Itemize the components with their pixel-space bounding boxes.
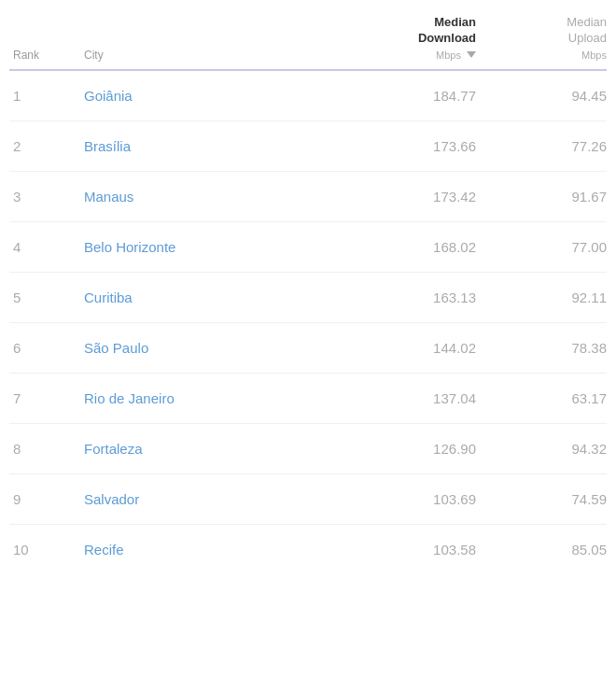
city-column-header: City xyxy=(84,49,345,62)
download-header-line1: Median xyxy=(345,15,476,31)
rank-cell: 3 xyxy=(9,189,84,205)
upload-cell: 85.05 xyxy=(476,542,607,558)
download-cell: 173.66 xyxy=(345,138,476,154)
rank-cell: 8 xyxy=(9,441,84,457)
table-row: 2 Brasília 173.66 77.26 xyxy=(9,121,607,172)
download-header-line2: Download xyxy=(345,31,476,47)
table-row: 5 Curitiba 163.13 92.11 xyxy=(9,273,607,323)
table-row: 3 Manaus 173.42 91.67 xyxy=(9,172,607,222)
city-cell[interactable]: Goiânia xyxy=(84,88,345,104)
upload-cell: 74.59 xyxy=(476,491,607,507)
city-cell[interactable]: Rio de Janeiro xyxy=(84,390,345,406)
leaderboard-table: Rank City Median Download Mbps Median Up… xyxy=(0,0,616,678)
table-row: 4 Belo Horizonte 168.02 77.00 xyxy=(9,222,607,273)
table-row: 1 Goiânia 184.77 94.45 xyxy=(9,71,607,121)
upload-header-line1: Median xyxy=(476,15,607,31)
download-cell: 173.42 xyxy=(345,189,476,205)
table-row: 7 Rio de Janeiro 137.04 63.17 xyxy=(9,374,607,424)
upload-cell: 63.17 xyxy=(476,390,607,406)
city-cell[interactable]: Salvador xyxy=(84,491,345,507)
rank-cell: 1 xyxy=(9,88,84,104)
download-cell: 137.04 xyxy=(345,390,476,406)
city-cell[interactable]: Belo Horizonte xyxy=(84,239,345,255)
upload-cell: 92.11 xyxy=(476,290,607,305)
upload-cell: 94.32 xyxy=(476,441,607,457)
download-cell: 103.69 xyxy=(345,491,476,507)
table-row: 8 Fortaleza 126.90 94.32 xyxy=(9,424,607,474)
download-cell: 184.77 xyxy=(345,88,476,104)
rank-cell: 4 xyxy=(9,239,84,255)
upload-cell: 78.38 xyxy=(476,340,607,356)
rank-column-header: Rank xyxy=(9,49,84,62)
upload-column-header: Median Upload Mbps xyxy=(476,15,607,62)
download-unit: Mbps xyxy=(345,49,476,62)
rank-cell: 5 xyxy=(9,290,84,305)
city-cell[interactable]: Curitiba xyxy=(84,290,345,305)
download-cell: 103.58 xyxy=(345,542,476,558)
rank-cell: 7 xyxy=(9,390,84,406)
city-cell[interactable]: Fortaleza xyxy=(84,441,345,457)
table-row: 9 Salvador 103.69 74.59 xyxy=(9,474,607,525)
upload-unit: Mbps xyxy=(476,49,607,62)
rank-cell: 2 xyxy=(9,138,84,154)
table-row: 10 Recife 103.58 85.05 xyxy=(9,525,607,574)
city-cell[interactable]: Brasília xyxy=(84,138,345,154)
download-cell: 168.02 xyxy=(345,239,476,255)
table-body: 1 Goiânia 184.77 94.45 2 Brasília 173.66… xyxy=(9,71,607,574)
sort-arrow-icon xyxy=(467,51,476,58)
upload-cell: 77.26 xyxy=(476,138,607,154)
city-cell[interactable]: São Paulo xyxy=(84,340,345,356)
table-row: 6 São Paulo 144.02 78.38 xyxy=(9,323,607,374)
city-cell[interactable]: Recife xyxy=(84,542,345,558)
download-cell: 163.13 xyxy=(345,290,476,305)
upload-cell: 91.67 xyxy=(476,189,607,205)
rank-cell: 6 xyxy=(9,340,84,356)
rank-cell: 9 xyxy=(9,491,84,507)
download-column-header[interactable]: Median Download Mbps xyxy=(345,15,476,62)
download-cell: 144.02 xyxy=(345,340,476,356)
city-cell[interactable]: Manaus xyxy=(84,189,345,205)
rank-cell: 10 xyxy=(9,542,84,558)
upload-cell: 77.00 xyxy=(476,239,607,255)
upload-cell: 94.45 xyxy=(476,88,607,104)
table-header: Rank City Median Download Mbps Median Up… xyxy=(9,0,607,71)
upload-header-line2: Upload xyxy=(476,31,607,47)
download-cell: 126.90 xyxy=(345,441,476,457)
